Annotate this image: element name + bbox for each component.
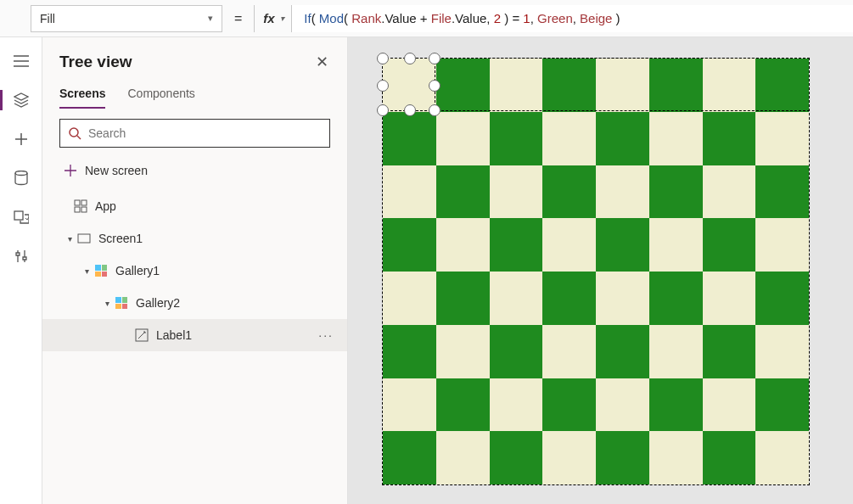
board-square[interactable]: [649, 431, 703, 484]
board-square[interactable]: [383, 272, 436, 325]
board-square[interactable]: [542, 431, 596, 484]
data-icon[interactable]: [13, 170, 30, 187]
formula-input[interactable]: If( Mod( Rank.Value + File.Value, 2 ) = …: [291, 5, 853, 32]
resize-handle-sw[interactable]: [377, 104, 389, 116]
board-square[interactable]: [649, 218, 703, 272]
board-square[interactable]: [755, 218, 809, 272]
board-square[interactable]: [542, 112, 596, 165]
board-square[interactable]: [436, 431, 490, 484]
board-square[interactable]: [755, 59, 809, 112]
board-square[interactable]: [703, 272, 756, 325]
tree-node-app[interactable]: App: [42, 190, 347, 222]
resize-handle-e[interactable]: [429, 80, 441, 92]
board-square[interactable]: [490, 325, 543, 378]
board-square[interactable]: [596, 112, 649, 165]
board-square[interactable]: [383, 112, 436, 165]
board-square[interactable]: [436, 165, 490, 219]
board-square[interactable]: [436, 378, 490, 432]
board-square[interactable]: [649, 165, 703, 219]
media-icon[interactable]: [13, 209, 30, 226]
board-square[interactable]: [596, 431, 649, 484]
tab-screens[interactable]: Screens: [59, 87, 105, 109]
board-square[interactable]: [755, 165, 809, 219]
plus-icon[interactable]: [13, 131, 30, 148]
board-square[interactable]: [383, 378, 436, 432]
board-square[interactable]: [383, 325, 436, 378]
search-box[interactable]: [59, 119, 330, 148]
board-square[interactable]: [649, 378, 703, 432]
board-square[interactable]: [490, 378, 543, 432]
close-icon[interactable]: ✕: [316, 53, 328, 71]
board-square[interactable]: [755, 112, 809, 165]
board-square[interactable]: [596, 218, 649, 272]
resize-handle-n[interactable]: [404, 53, 416, 64]
resize-handle-w[interactable]: [377, 80, 389, 92]
board-square[interactable]: [436, 325, 490, 378]
board-square[interactable]: [490, 59, 543, 112]
search-input[interactable]: [88, 126, 321, 140]
board-square[interactable]: [755, 431, 809, 484]
board-square[interactable]: [596, 59, 649, 112]
board-square[interactable]: [596, 165, 649, 219]
board-square[interactable]: [542, 272, 596, 325]
board-square[interactable]: [490, 112, 543, 165]
panel-title: Tree view: [42, 53, 347, 71]
board-square[interactable]: [383, 165, 436, 219]
property-dropdown[interactable]: Fill ▾: [31, 5, 222, 32]
checkerboard[interactable]: [382, 58, 810, 485]
chevron-down-icon[interactable]: ▾: [80, 266, 93, 276]
selection-cell-outline[interactable]: [382, 58, 435, 111]
board-square[interactable]: [383, 218, 436, 272]
tab-components[interactable]: Components: [127, 87, 194, 109]
board-square[interactable]: [436, 272, 490, 325]
canvas-area[interactable]: [348, 37, 853, 504]
board-square[interactable]: [490, 218, 543, 272]
resize-handle-ne[interactable]: [429, 53, 441, 64]
board-square[interactable]: [542, 378, 596, 432]
board-square[interactable]: [703, 378, 756, 432]
resize-handle-nw[interactable]: [377, 53, 389, 64]
board-square[interactable]: [436, 218, 490, 272]
board-square[interactable]: [703, 325, 756, 378]
tree-node-label1[interactable]: Label1 ···: [42, 319, 347, 351]
tree-node-gallery1[interactable]: ▾ Gallery1: [42, 255, 347, 287]
board-square[interactable]: [542, 165, 596, 219]
chevron-down-icon[interactable]: ▾: [100, 299, 114, 308]
board-square[interactable]: [436, 112, 490, 165]
more-button[interactable]: ···: [318, 328, 334, 342]
equals-label: =: [234, 11, 242, 26]
board-square[interactable]: [490, 272, 543, 325]
resize-handle-s[interactable]: [404, 104, 416, 116]
board-square[interactable]: [649, 112, 703, 165]
board-square[interactable]: [542, 218, 596, 272]
board-square[interactable]: [703, 218, 756, 272]
board-square[interactable]: [755, 272, 809, 325]
board-square[interactable]: [649, 272, 703, 325]
board-square[interactable]: [755, 325, 809, 378]
board-square[interactable]: [703, 59, 756, 112]
board-square[interactable]: [649, 59, 703, 112]
board-square[interactable]: [703, 431, 756, 484]
fx-button[interactable]: fx ▾: [254, 5, 291, 32]
chevron-down-icon[interactable]: ▾: [63, 234, 76, 244]
resize-handle-se[interactable]: [429, 104, 441, 116]
board-square[interactable]: [703, 165, 756, 219]
board-square[interactable]: [542, 325, 596, 378]
hamburger-icon[interactable]: [13, 53, 30, 70]
board-square[interactable]: [703, 112, 756, 165]
board-square[interactable]: [383, 431, 436, 484]
board-square[interactable]: [596, 325, 649, 378]
new-screen-button[interactable]: New screen: [59, 154, 330, 187]
board-square[interactable]: [755, 378, 809, 432]
board-square[interactable]: [542, 59, 596, 112]
board-square[interactable]: [649, 325, 703, 378]
board-square[interactable]: [436, 59, 490, 112]
tools-icon[interactable]: [13, 248, 30, 265]
tree-node-gallery2[interactable]: ▾ Gallery2: [42, 287, 347, 319]
board-square[interactable]: [490, 165, 543, 219]
layers-icon[interactable]: [13, 92, 30, 109]
board-square[interactable]: [596, 272, 649, 325]
tree-node-screen1[interactable]: ▾ Screen1: [42, 222, 347, 255]
board-square[interactable]: [490, 431, 543, 484]
board-square[interactable]: [596, 378, 649, 432]
